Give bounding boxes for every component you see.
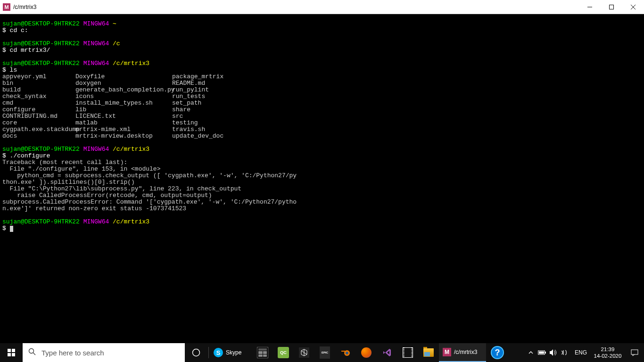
unity-icon xyxy=(299,347,309,358)
notification-icon xyxy=(631,349,638,356)
taskbar-item-explorer[interactable] xyxy=(418,343,439,362)
tray-language[interactable]: ENG xyxy=(571,349,590,356)
tray-notifications[interactable] xyxy=(625,349,644,356)
help-icon: ? xyxy=(491,346,504,359)
taskbar-item-qc[interactable]: QC xyxy=(273,343,294,362)
search-box[interactable]: Type here to search xyxy=(23,343,185,362)
blender-icon xyxy=(340,347,351,358)
tray-time: 21:39 xyxy=(590,346,625,353)
taskbar-divider xyxy=(208,347,209,358)
skype-label: Skype xyxy=(226,349,241,356)
windows-icon xyxy=(8,349,15,356)
cortana-button[interactable] xyxy=(185,343,207,362)
search-icon xyxy=(28,348,36,357)
window-title: /c/mrtrix3 xyxy=(13,4,36,10)
svg-rect-20 xyxy=(631,350,638,354)
firefox-icon xyxy=(361,347,372,358)
minimize-button[interactable] xyxy=(579,0,601,14)
tray-battery-icon[interactable] xyxy=(537,343,548,362)
taskbar-item-help[interactable]: ? xyxy=(486,343,509,362)
taskbar-item-videoeditor[interactable] xyxy=(397,343,418,362)
taskbar-item-blender[interactable] xyxy=(335,343,356,362)
svg-rect-17 xyxy=(545,352,546,354)
svg-point-10 xyxy=(193,349,200,356)
maximize-button[interactable] xyxy=(601,0,622,14)
svg-rect-6 xyxy=(8,353,11,356)
app-icon: M xyxy=(3,3,10,11)
visualstudio-icon xyxy=(382,347,392,358)
skype-icon: S xyxy=(214,348,223,357)
tray-chevron-icon[interactable] xyxy=(525,343,537,362)
system-tray: ENG 21:39 14-02-2020 xyxy=(525,343,644,362)
calculator-icon xyxy=(257,347,268,358)
mintty-icon: M xyxy=(443,348,451,356)
tray-volume-icon[interactable] xyxy=(548,343,559,362)
svg-rect-4 xyxy=(8,349,11,352)
svg-rect-1 xyxy=(610,5,614,9)
mintty-label: /c/mrtrix3 xyxy=(454,349,477,355)
tray-wifi-icon[interactable] xyxy=(559,343,571,362)
svg-line-9 xyxy=(33,353,36,355)
taskbar-item-mintty[interactable]: M /c/mrtrix3 xyxy=(439,343,486,362)
cortana-icon xyxy=(192,348,200,357)
explorer-icon xyxy=(423,348,434,357)
taskbar-item-epic[interactable]: EPIC xyxy=(314,343,335,362)
tray-date: 14-02-2020 xyxy=(590,353,625,359)
svg-point-15 xyxy=(346,352,348,354)
terminal-output[interactable]: sujan@DESKTOP-9HTRK22 MINGW64 ~$ cd c: s… xyxy=(0,14,644,343)
close-button[interactable] xyxy=(622,0,644,14)
search-placeholder: Type here to search xyxy=(41,349,104,357)
svg-rect-5 xyxy=(12,349,15,352)
svg-rect-7 xyxy=(12,353,15,356)
window-controls xyxy=(579,0,644,14)
window-titlebar: M /c/mrtrix3 xyxy=(0,0,644,14)
taskbar-item-skype[interactable]: S Skype xyxy=(210,343,252,362)
svg-rect-18 xyxy=(539,352,544,354)
taskbar-item-unity[interactable] xyxy=(294,343,314,362)
svg-marker-19 xyxy=(550,349,553,356)
taskbar-item-calculator[interactable] xyxy=(252,343,273,362)
taskbar-item-firefox[interactable] xyxy=(356,343,377,362)
svg-point-8 xyxy=(29,349,34,354)
epic-icon: EPIC xyxy=(320,346,330,359)
tray-clock[interactable]: 21:39 14-02-2020 xyxy=(590,346,625,359)
start-button[interactable] xyxy=(0,343,23,362)
clapper-icon xyxy=(403,347,413,358)
taskbar-item-visualstudio[interactable] xyxy=(377,343,397,362)
qc-icon: QC xyxy=(278,347,289,358)
taskbar: Type here to search S Skype QC EPIC xyxy=(0,343,644,362)
